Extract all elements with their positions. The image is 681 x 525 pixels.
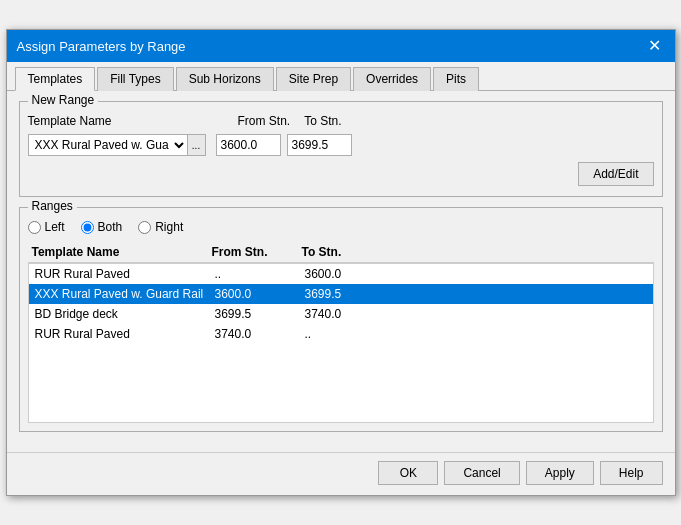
template-name-label: Template Name [28,114,228,128]
radio-row: Left Both Right [28,220,654,234]
row1-name: XXX Rural Paved w. Guard Rail [33,286,213,302]
row0-to: 3600.0 [303,266,393,282]
tab-fill-types[interactable]: Fill Types [97,67,173,91]
row2-from: 3699.5 [213,306,303,322]
ranges-title: Ranges [28,199,77,213]
to-stn-label: To Stn. [304,114,341,128]
row3-name: RUR Rural Paved [33,326,213,342]
table-row[interactable]: RUR Rural Paved 3740.0 .. [29,324,653,344]
radio-both-label[interactable]: Both [81,220,123,234]
col-header-name: Template Name [30,244,210,260]
ranges-group: Ranges Left Both Right Template Name Fro… [19,207,663,432]
form-inputs-row: XXX Rural Paved w. Guard Ra RUR Rural Pa… [28,134,654,156]
row1-from: 3600.0 [213,286,303,302]
radio-left[interactable] [28,221,41,234]
ok-button[interactable]: OK [378,461,438,485]
radio-right-text: Right [155,220,183,234]
from-stn-input[interactable]: 3600.0 [216,134,281,156]
table-row[interactable]: RUR Rural Paved .. 3600.0 [29,264,653,284]
template-dropdown-button[interactable]: ... [188,134,206,156]
row1-to: 3699.5 [303,286,393,302]
tab-overrides[interactable]: Overrides [353,67,431,91]
col-header-to: To Stn. [300,244,390,260]
help-button[interactable]: Help [600,461,663,485]
row0-name: RUR Rural Paved [33,266,213,282]
add-edit-button[interactable]: Add/Edit [578,162,653,186]
radio-right[interactable] [138,221,151,234]
new-range-title: New Range [28,93,99,107]
content-area: New Range Template Name From Stn. To Stn… [7,91,675,452]
new-range-group: New Range Template Name From Stn. To Stn… [19,101,663,197]
cancel-button[interactable]: Cancel [444,461,519,485]
to-stn-input[interactable]: 3699.5 [287,134,352,156]
tab-templates[interactable]: Templates [15,67,96,91]
radio-right-label[interactable]: Right [138,220,183,234]
bottom-bar: OK Cancel Apply Help [7,452,675,495]
tabs-container: Templates Fill Types Sub Horizons Site P… [7,62,675,91]
radio-both-text: Both [98,220,123,234]
row3-from: 3740.0 [213,326,303,342]
dialog-title: Assign Parameters by Range [17,39,186,54]
tab-pits[interactable]: Pits [433,67,479,91]
tab-sub-horizons[interactable]: Sub Horizons [176,67,274,91]
row2-to: 3740.0 [303,306,393,322]
radio-both[interactable] [81,221,94,234]
template-select-wrapper: XXX Rural Paved w. Guard Ra RUR Rural Pa… [28,134,206,156]
titlebar: Assign Parameters by Range ✕ [7,30,675,62]
apply-button[interactable]: Apply [526,461,594,485]
dialog: Assign Parameters by Range ✕ Templates F… [6,29,676,496]
col-header-from: From Stn. [210,244,300,260]
table-header: Template Name From Stn. To Stn. [28,240,654,263]
template-name-select[interactable]: XXX Rural Paved w. Guard Ra RUR Rural Pa… [28,134,188,156]
table-row[interactable]: BD Bridge deck 3699.5 3740.0 [29,304,653,324]
close-button[interactable]: ✕ [645,36,665,56]
row3-to: .. [303,326,393,342]
radio-left-label[interactable]: Left [28,220,65,234]
table-row[interactable]: XXX Rural Paved w. Guard Rail 3600.0 369… [29,284,653,304]
radio-left-text: Left [45,220,65,234]
ranges-table: RUR Rural Paved .. 3600.0 XXX Rural Pave… [28,263,654,423]
tab-site-prep[interactable]: Site Prep [276,67,351,91]
row0-from: .. [213,266,303,282]
add-edit-row: Add/Edit [28,162,654,186]
row2-name: BD Bridge deck [33,306,213,322]
from-stn-label: From Stn. [238,114,291,128]
form-labels-row: Template Name From Stn. To Stn. [28,114,654,128]
